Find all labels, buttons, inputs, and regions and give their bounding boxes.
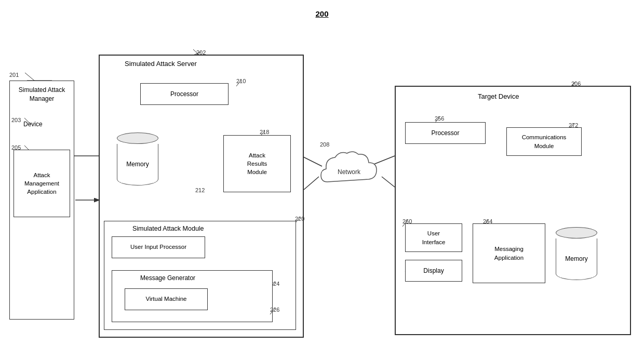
virtual-machine-label: Virtual Machine (145, 295, 186, 303)
diagram: 200 201 Simulated Attack Manager 203 Dev… (0, 0, 644, 358)
target-device-label: Target Device (478, 92, 519, 100)
messaging-application-box: MessagingApplication (473, 223, 545, 283)
svg-line-33 (382, 177, 395, 187)
user-input-processor-box: User Input Processor (112, 236, 205, 258)
network-cloud: Network (317, 148, 382, 195)
memory-target-cylinder: Memory (551, 223, 602, 283)
memory-target-label: Memory (565, 255, 587, 262)
communications-module-box: CommunicationsModule (506, 127, 582, 156)
ref-218: 218 (260, 129, 269, 135)
ref-208: 208 (320, 141, 329, 148)
figure-number: 200 (315, 9, 328, 18)
user-interface-label: UserInterface (422, 229, 446, 246)
network-cloud-svg: Network (317, 148, 382, 195)
ref-203: 203 (11, 117, 21, 123)
processor-target-box: Processor (405, 122, 486, 144)
ref-201: 201 (9, 72, 19, 78)
simulated-attack-manager-label: Simulated Attack Manager (11, 86, 72, 103)
simulated-attack-server-label: Simulated Attack Server (125, 60, 197, 68)
memory-server-cylinder: Memory (112, 129, 164, 189)
message-generator-label: Message Generator (140, 274, 195, 282)
ref-212: 212 (195, 187, 205, 193)
attack-results-module-box: AttackResultsModule (223, 135, 291, 192)
processor-target-label: Processor (431, 129, 459, 137)
simulated-attack-module-label: Simulated Attack Module (132, 225, 204, 232)
user-input-processor-label: User Input Processor (130, 243, 186, 251)
processor-server-box: Processor (140, 83, 229, 105)
ref-256: 256 (435, 115, 444, 122)
ref-226: 226 (270, 307, 279, 313)
processor-server-label: Processor (170, 90, 198, 98)
attack-management-app-label: AttackManagementApplication (24, 171, 59, 196)
ref-220: 220 (295, 216, 304, 222)
svg-text:Network: Network (338, 168, 361, 176)
display-box: Display (405, 260, 462, 282)
communications-module-label: CommunicationsModule (522, 133, 567, 150)
user-interface-box: UserInterface (405, 223, 462, 252)
attack-management-app-box: AttackManagementApplication (14, 150, 70, 217)
messaging-application-label: MessagingApplication (494, 245, 524, 261)
device-label: Device (23, 121, 43, 128)
memory-server-label: Memory (126, 161, 149, 168)
display-label: Display (423, 267, 444, 275)
ref-210: 210 (236, 78, 246, 84)
svg-line-14 (25, 73, 34, 81)
attack-results-module-label: AttackResultsModule (247, 151, 267, 176)
virtual-machine-box: Virtual Machine (125, 288, 208, 310)
